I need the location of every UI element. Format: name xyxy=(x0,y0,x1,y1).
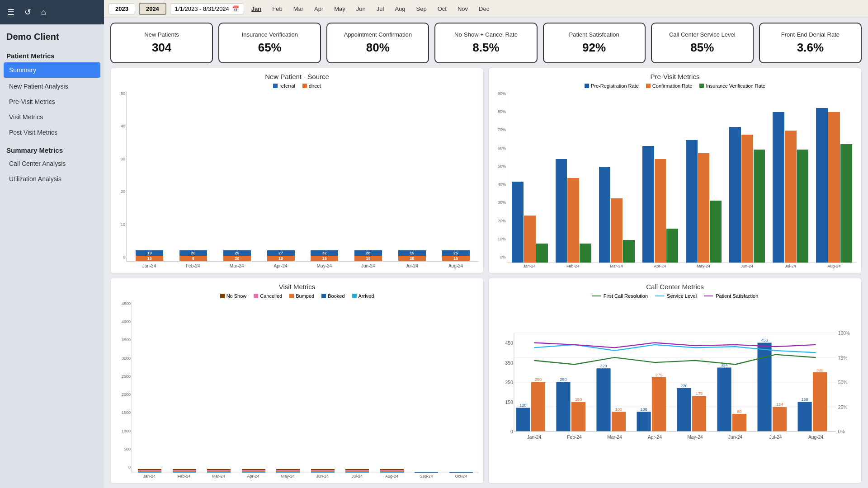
hamburger-button[interactable]: ☰ xyxy=(5,5,17,19)
year-2024-button[interactable]: 2024 xyxy=(139,3,166,15)
svg-text:124: 124 xyxy=(776,402,783,407)
chart-previsit-legend: Pre-Registration Rate Confirmation Rate … xyxy=(493,83,857,89)
pv-bars xyxy=(507,91,857,263)
legend-cancelled-label: Cancelled xyxy=(260,293,282,299)
chart-callcenter-legend: First Call Resolution Service Level Pati… xyxy=(493,293,857,299)
pv-bar-1-1 xyxy=(567,178,579,263)
pv-bar-5-0 xyxy=(729,127,741,263)
vm-bars-container: Jan-24Feb-24Mar-24Apr-24May-24Jun-24Jul-… xyxy=(132,301,479,479)
cc-chart-area: 100%75%50%25%0%120250Jan-24250150Feb-243… xyxy=(493,301,857,479)
month-sep[interactable]: Sep xyxy=(413,4,430,14)
month-jun[interactable]: Jun xyxy=(353,4,369,14)
chart-callcenter: Call Center Metrics First Call Resolutio… xyxy=(488,278,862,483)
month-may[interactable]: May xyxy=(330,4,349,14)
pv-bar-2-1 xyxy=(611,198,623,263)
legend-fcr: First Call Resolution xyxy=(592,293,648,299)
legend-referral-label: referral xyxy=(279,83,295,89)
np-bar-group-3: 1027 xyxy=(259,93,302,261)
np-referral-0: 10 xyxy=(136,250,163,256)
chart-previsit-title: Pre-Visit Metrics xyxy=(493,73,857,80)
svg-text:50%: 50% xyxy=(838,380,848,385)
month-apr[interactable]: Apr xyxy=(311,4,327,14)
np-bar-group-1: 820 xyxy=(172,93,215,261)
pv-bar-7-1 xyxy=(828,112,840,263)
month-jul[interactable]: Jul xyxy=(373,4,388,14)
month-nov[interactable]: Nov xyxy=(454,4,472,14)
cc-inbound-7 xyxy=(813,372,827,432)
svg-text:250: 250 xyxy=(505,380,513,385)
pv-xlabel-3: Apr-24 xyxy=(639,264,681,268)
vm-xlabel-5: Jun-24 xyxy=(306,474,340,479)
vm-seg-8-1 xyxy=(415,472,438,473)
np-bar-group-0: 1510 xyxy=(128,93,171,261)
pv-xlabel-2: Mar-24 xyxy=(596,264,637,268)
vm-group-5 xyxy=(306,303,340,473)
month-dec[interactable]: Dec xyxy=(475,4,493,14)
sidebar-item-visit[interactable]: Visit Metrics xyxy=(0,109,104,125)
np-direct-6: 20 xyxy=(398,256,426,261)
vm-group-7 xyxy=(375,303,409,473)
legend-noshow: No Show xyxy=(220,293,247,299)
sidebar-item-postvisit[interactable]: Post Visit Metrics xyxy=(0,125,104,140)
chart-new-patient-title: New Patient - Source xyxy=(115,73,479,80)
vm-group-1 xyxy=(168,303,202,473)
legend-fcr-line xyxy=(592,296,601,296)
date-range[interactable]: 1/1/2023 - 8/31/2024 📅 xyxy=(170,3,244,14)
sidebar-item-utilization[interactable]: Utilization Analysis xyxy=(0,171,104,187)
refresh-button[interactable]: ↺ xyxy=(22,5,34,19)
cc-inbound-6 xyxy=(773,407,787,432)
vm-seg-1-0 xyxy=(173,472,196,473)
month-aug[interactable]: Aug xyxy=(391,4,409,14)
month-oct[interactable]: Oct xyxy=(434,4,450,14)
svg-text:320: 320 xyxy=(600,364,607,368)
sidebar-item-new-patient[interactable]: New Patient Analysis xyxy=(0,79,104,94)
chart-visit-title: Visit Metrics xyxy=(115,283,479,291)
pv-group-6 xyxy=(770,93,811,263)
vm-seg-6-0 xyxy=(345,472,369,473)
month-jan[interactable]: Jan xyxy=(248,4,265,14)
sidebar-item-summary[interactable]: Summary xyxy=(4,62,100,78)
month-feb[interactable]: Feb xyxy=(269,4,286,14)
pv-group-4 xyxy=(683,93,725,263)
legend-direct: direct xyxy=(302,83,321,89)
np-direct-1: 8 xyxy=(179,256,207,261)
cc-outbound-4 xyxy=(677,388,691,432)
cc-outbound-7 xyxy=(797,402,811,431)
svg-text:150: 150 xyxy=(575,397,582,402)
svg-text:89: 89 xyxy=(737,409,741,414)
vm-xlabel-9: Oct-24 xyxy=(444,474,478,479)
legend-svc-label: Service Level xyxy=(667,293,697,299)
cc-svg: 100%75%50%25%0%120250Jan-24250150Feb-243… xyxy=(493,301,857,479)
cc-outbound-3 xyxy=(637,412,651,432)
month-mar[interactable]: Mar xyxy=(290,4,307,14)
kpi-insurance: Insurance Verification 65% xyxy=(218,23,321,63)
legend-svc-line xyxy=(655,296,664,296)
kpi-denial-value: 3.6% xyxy=(797,41,824,55)
np-xlabel-1: Feb-24 xyxy=(172,263,214,268)
vm-group-0 xyxy=(133,303,167,473)
pv-xlabel-1: Feb-24 xyxy=(552,264,594,268)
pv-group-1 xyxy=(552,93,594,263)
svg-text:179: 179 xyxy=(696,391,703,396)
legend-bumped-dot xyxy=(289,294,294,298)
svg-text:Apr-24: Apr-24 xyxy=(648,435,662,440)
np-referral-3: 27 xyxy=(267,250,295,256)
summary-metrics-label: Summary Metrics xyxy=(0,140,104,156)
pv-bar-7-2 xyxy=(840,144,852,263)
np-y-axis: 01020304050 xyxy=(115,91,126,268)
vm-group-3 xyxy=(237,303,271,473)
kpi-new-patients: New Patients 304 xyxy=(110,23,213,63)
vm-seg-5-0 xyxy=(311,472,335,473)
sidebar-item-previsit[interactable]: Pre-Visit Metrics xyxy=(0,94,104,109)
home-button[interactable]: ⌂ xyxy=(38,6,49,19)
kpi-noshow-label: No-Show + Cancel Rate xyxy=(454,31,518,39)
pv-bar-0-2 xyxy=(536,244,548,263)
legend-noshow-dot xyxy=(220,294,225,298)
svg-text:150: 150 xyxy=(505,400,513,405)
kpi-noshow: No-Show + Cancel Rate 8.5% xyxy=(434,23,537,63)
chart-new-patient: New Patient - Source referral direct 010… xyxy=(110,68,484,273)
np-referral-6: 15 xyxy=(398,250,426,256)
sidebar-item-callcenter[interactable]: Call Center Analysis xyxy=(0,156,104,171)
kpi-insurance-label: Insurance Verification xyxy=(242,31,298,39)
year-2023-button[interactable]: 2023 xyxy=(108,3,135,14)
